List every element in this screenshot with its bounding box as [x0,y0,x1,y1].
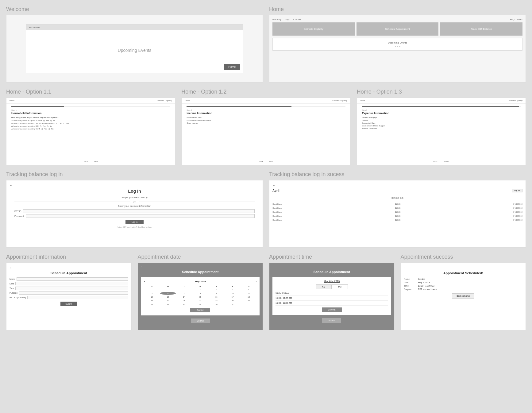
opt11-q4-no-radio[interactable] [48,128,50,130]
appt-date-submit-button[interactable]: Submit [191,318,210,323]
balance-store-3: Giant Eagle [272,215,282,217]
balance-back-arrow[interactable]: ← [272,183,522,187]
pm-toggle-button[interactable]: PM [332,284,348,289]
opt11-q3-yes-radio[interactable] [40,125,41,127]
cal-empty-2 [160,288,176,291]
cal-month-label: May 2019 [195,280,206,283]
appt-date-back-arrow[interactable]: ← [138,263,263,269]
opt11-q2-yes-radio[interactable] [56,123,58,124]
cal-next-arrow[interactable]: › [256,280,256,283]
opt13-submit-btn[interactable]: Submit [444,160,449,162]
opt12-nav: Home Estimate Eligibility [182,98,350,104]
cal-day-9[interactable]: 9 [209,292,224,295]
cal-day-19[interactable]: 19 [144,299,160,302]
opt11-q4-yes-label: Yes [44,128,47,130]
login-password-input[interactable] [26,214,255,218]
login-submit-button[interactable]: Log in [125,220,144,224]
cal-day-16[interactable]: 16 [209,295,224,299]
cal-day-28[interactable]: 28 [176,303,192,306]
cal-day-4[interactable]: 4 [241,288,256,291]
cal-day-6[interactable]: 6 [160,292,176,295]
appt-info-submit-button[interactable]: Submit [60,302,77,306]
opt12-next-btn[interactable]: Next [269,160,273,162]
appt-date-input[interactable] [15,282,128,285]
cal-prev-arrow[interactable]: ‹ [144,280,145,283]
opt11-title: Household Information [6,112,175,115]
welcome-home-button[interactable]: Home [224,64,240,70]
login-back-arrow[interactable]: ← [10,183,260,187]
am-toggle-button[interactable]: AM [316,284,332,289]
cal-day-1[interactable]: 1 [192,288,208,291]
cal-day-2[interactable]: 2 [209,288,224,291]
cal-day-14[interactable]: 14 [176,295,192,299]
cal-day-21[interactable]: 21 [176,299,192,302]
cal-day-23[interactable]: 23 [209,299,224,302]
appt-time-input[interactable] [15,287,128,290]
opt12-back-btn[interactable]: Back [259,160,263,162]
opt11-q4-yes-radio[interactable] [41,128,43,130]
cal-empty-4 [241,303,256,306]
time-slot-2[interactable]: 11:30 - 12:00 AM [276,301,388,306]
opt13-label4: Court Ordered Child Support [362,125,385,127]
appt-ebt-input[interactable] [27,296,128,299]
opt12-nav-home[interactable]: Home [185,100,190,102]
logout-button[interactable]: Log out [512,189,522,192]
home-faq[interactable]: FAQ [510,18,515,21]
cal-empty-3 [176,288,192,291]
cal-day-15[interactable]: 15 [192,295,208,299]
schedule-appointment-button[interactable]: Schedule Appointment [357,22,439,36]
home-header-left: Pittsburgh May 2 9:12 AM [272,18,301,21]
opt11-q1-no-radio[interactable] [50,120,52,122]
appt-ebt-label: EBT ID (optional) [10,296,26,299]
opt13-nav-home[interactable]: Home [360,100,365,102]
login-title: Log In [10,189,260,194]
appt-purpose-input[interactable] [19,291,128,295]
back-to-home-button[interactable]: Back to home [452,293,474,299]
appt-info-back-arrow[interactable]: ← [10,266,128,269]
appt-time-submit-button[interactable]: Submit [322,318,341,323]
opt11-next-btn[interactable]: Next [94,160,98,162]
cal-day-12[interactable]: 12 [144,295,160,299]
opt11-back-btn[interactable]: Back [84,160,88,162]
cal-day-22[interactable]: 22 [192,299,208,302]
appt-name-input[interactable] [17,277,128,281]
opt11-screen: Home Estimate Eligibility Step 1 Househo… [6,98,175,165]
cal-day-11[interactable]: 11 [241,292,256,295]
welcome-section: Welcome Leaf Network Upcoming Events Hom… [6,6,263,83]
dot-1 [395,46,396,47]
home-about[interactable]: About [517,18,522,21]
cal-day-3[interactable]: 3 [225,288,241,291]
time-slot-0[interactable]: 9:00 - 9:30 AM [276,291,388,296]
cal-day-24[interactable]: 24 [225,299,241,302]
opt11-q3-no-radio[interactable] [47,125,48,127]
cal-day-10[interactable]: 10 [225,292,241,295]
cal-day-8[interactable]: 8 [192,292,208,295]
cal-day-30[interactable]: 30 [209,303,224,306]
opt13-label2: Utilities [362,119,368,121]
appt-date-confirm-button[interactable]: Confirm [190,308,210,312]
cal-day-20[interactable]: 20 [160,299,176,302]
opt11-q2-no-radio[interactable] [64,123,65,124]
success-date-row: Date May 6, 2019 [404,281,523,284]
opt11-q1-yes-radio[interactable] [43,120,45,122]
opt11-nav-home[interactable]: Home [10,100,14,102]
cal-day-29[interactable]: 29 [192,303,208,306]
appt-time-confirm-button[interactable]: Confirm [322,307,342,312]
cal-day-7[interactable]: 7 [176,292,192,295]
appt-success-back-arrow[interactable]: ← [404,266,523,269]
time-slot-1[interactable]: 11:00 - 11:30 AM [276,296,388,301]
cal-day-26[interactable]: 26 [144,303,160,306]
opt11-section: Home - Option 1.1 Home Estimate Eligibil… [6,89,175,165]
cal-day-31[interactable]: 31 [225,303,241,306]
track-ebt-button[interactable]: Track EBT Balance [440,22,522,36]
opt13-back-btn[interactable]: Back [433,160,437,162]
cal-day-17[interactable]: 17 [225,295,241,299]
appt-time-back-arrow[interactable]: ← [269,263,394,269]
cal-day-25[interactable]: 25 [241,299,256,302]
cal-day-5[interactable]: 5 [144,292,160,295]
login-ebt-input[interactable] [23,209,255,213]
cal-day-18[interactable]: 18 [241,295,256,299]
cal-day-13[interactable]: 13 [160,295,176,299]
cal-day-27[interactable]: 27 [160,303,176,306]
estimate-eligibility-button[interactable]: Estimate Eligibility [272,22,355,36]
